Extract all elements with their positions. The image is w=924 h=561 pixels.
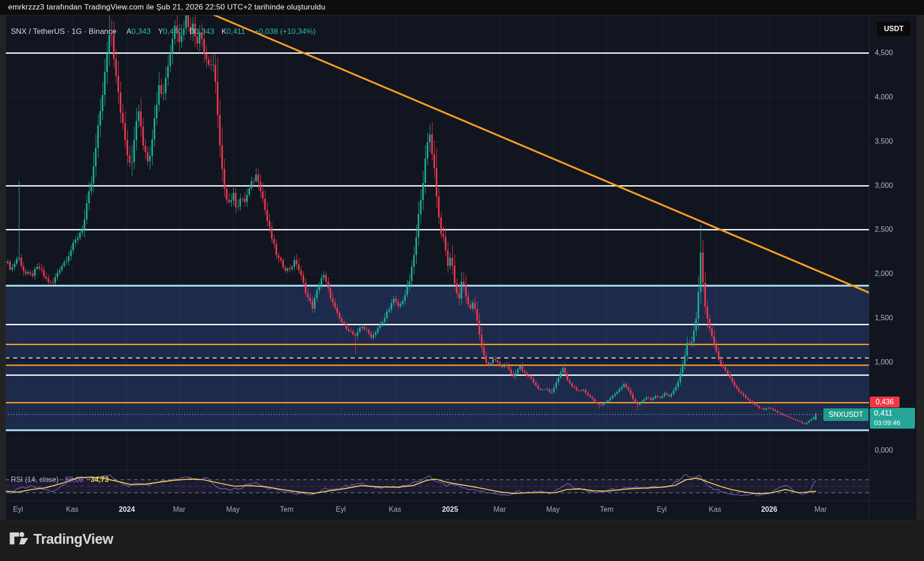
symbol-title: SNX / TetherUS · 1G · Binance: [11, 27, 116, 36]
time-tick-month: Kas: [66, 505, 79, 514]
price-tick: 4,000: [875, 93, 893, 101]
rsi-main-value: 68,00: [65, 476, 83, 483]
time-tick-year: 2025: [442, 505, 458, 514]
tradingview-logo-icon: [9, 529, 29, 549]
rsi-legend: RSI (14, close) 68,00 34,73: [11, 476, 109, 484]
time-tick-month: May: [546, 505, 560, 514]
price-chart-canvas[interactable]: [0, 0, 924, 561]
time-tick-month: Kas: [389, 505, 401, 514]
price-tick: 2,500: [875, 225, 893, 234]
bar-countdown: 03:09:46: [874, 418, 915, 427]
footer-bar: TradingView: [0, 520, 924, 561]
change-value: +0,038 (+10,34%): [254, 27, 316, 36]
ohlc-low: D0,343: [190, 27, 214, 36]
price-tick: 2,000: [875, 270, 893, 278]
rsi-title: RSI (14, close): [11, 476, 59, 483]
time-tick-month: Mar: [173, 505, 186, 514]
current-price-label: 0,411 03:09:46: [870, 408, 915, 429]
time-tick-month: Eyl: [657, 505, 667, 514]
tradingview-logo-text: TradingView: [33, 531, 113, 547]
ohlc-close: K0,411: [222, 27, 246, 36]
currency-toggle-button[interactable]: USDT: [876, 21, 911, 37]
time-tick-month: Eyl: [336, 505, 346, 514]
time-tick-year: 2026: [761, 505, 777, 514]
price-tick: 3,500: [875, 137, 893, 145]
time-tick-month: Tem: [280, 505, 293, 514]
attribution-bar: emrkrzzz3 tarafından TradingView.com ile…: [0, 0, 924, 15]
tradingview-logo[interactable]: TradingView: [9, 529, 113, 549]
time-tick-month: Eyl: [13, 505, 23, 514]
ohlc-high: Y0,440: [158, 27, 182, 36]
price-tick: 1,000: [875, 358, 893, 366]
time-tick-month: May: [226, 505, 240, 514]
current-price-value: 0,411: [874, 408, 915, 418]
time-tick-month: Kas: [709, 505, 721, 514]
ohlc-open: A0,343: [126, 27, 151, 36]
price-tick: 4,500: [875, 49, 893, 57]
symbol-legend: SNX / TetherUS · 1G · BinanceA0,343Y0,44…: [11, 27, 316, 36]
price-tick: 1,500: [875, 314, 893, 322]
rsi-signal-value: 34,73: [91, 476, 109, 483]
time-tick-month: Mar: [814, 505, 827, 514]
time-tick-year: 2024: [119, 505, 135, 514]
time-tick-month: Mar: [493, 505, 506, 514]
alert-price-label: 0,436: [870, 397, 900, 407]
symbol-price-tag: SNXUSDT: [823, 408, 868, 421]
price-tick: 0,000: [875, 446, 893, 454]
time-tick-month: Tem: [600, 505, 613, 514]
price-tick: 3,000: [875, 182, 893, 190]
attribution-text: emrkrzzz3 tarafından TradingView.com ile…: [8, 3, 325, 12]
